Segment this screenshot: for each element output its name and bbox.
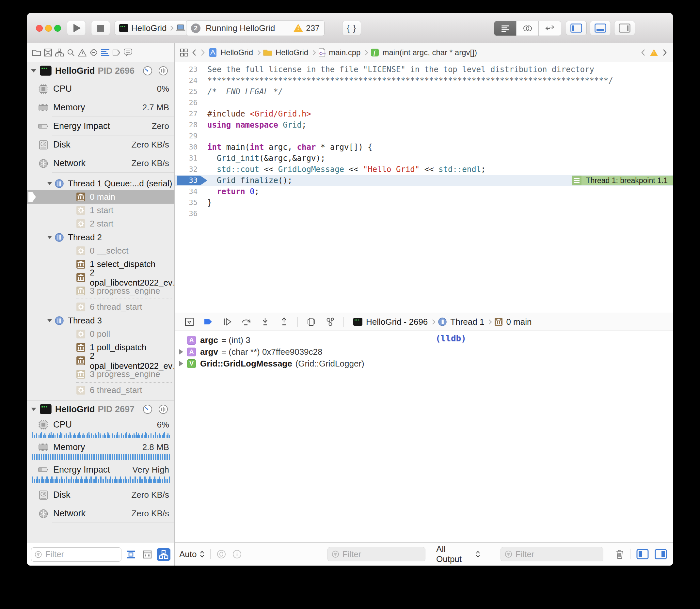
variables-pane-toggle-icon[interactable] bbox=[636, 549, 649, 559]
line-number[interactable]: 34 bbox=[175, 186, 198, 197]
code-line[interactable]: 34 return 0; bbox=[175, 186, 673, 197]
code-line[interactable]: 30int main(int argc, char * argv[]) { bbox=[175, 142, 673, 153]
breakpoints-activate-icon[interactable] bbox=[203, 316, 214, 327]
gauge-row-cpu[interactable]: CPU6% bbox=[27, 418, 174, 431]
line-number[interactable]: 27 bbox=[175, 108, 198, 119]
gauge-row-network[interactable]: NetworkZero KB/s bbox=[27, 504, 174, 523]
source-editor[interactable]: 23See the full license in the file "LICE… bbox=[175, 62, 673, 315]
version-editor-button[interactable] bbox=[539, 21, 561, 36]
continue-icon[interactable] bbox=[222, 316, 233, 327]
scheme-selector[interactable]: HelloGrid My Mac bbox=[115, 21, 190, 35]
expand-triangle-icon[interactable] bbox=[179, 361, 183, 366]
jump-bar-project[interactable]: HelloGrid bbox=[220, 48, 253, 57]
cpu-gauge-button[interactable] bbox=[142, 66, 153, 76]
toggle-inspector-panel-button[interactable] bbox=[614, 21, 635, 35]
disclosure-triangle-icon[interactable] bbox=[31, 69, 36, 72]
stack-frame-row[interactable]: 0 main bbox=[27, 190, 174, 204]
report-navigator-icon[interactable] bbox=[123, 43, 133, 62]
stack-frame-row[interactable]: 1 start bbox=[27, 204, 174, 217]
step-over-icon[interactable] bbox=[241, 316, 252, 327]
gauge-row-energy-impact[interactable]: Energy ImpactVery High bbox=[27, 463, 174, 476]
project-navigator-icon[interactable] bbox=[32, 43, 41, 62]
memory-gauge-button[interactable] bbox=[158, 66, 169, 76]
code-line[interactable]: 27#include <Grid/Grid.h> bbox=[175, 108, 673, 119]
variable-row[interactable]: Aargc= (int) 3 bbox=[175, 334, 430, 346]
close-window-button[interactable] bbox=[36, 25, 43, 32]
gauge-row-disk[interactable]: DiskZero KB/s bbox=[27, 486, 174, 504]
flatten-recursion-icon[interactable] bbox=[124, 548, 138, 561]
minimize-window-button[interactable] bbox=[45, 25, 52, 32]
code-line[interactable]: 31 Grid_init(&argc,&argv); bbox=[175, 153, 673, 164]
disclosure-triangle-icon[interactable] bbox=[47, 236, 52, 239]
toggle-navigator-panel-button[interactable] bbox=[566, 21, 587, 35]
task-count-badge[interactable]: 2 bbox=[191, 23, 201, 33]
breadcrumb-frame[interactable]: 0 main bbox=[506, 317, 531, 327]
line-number[interactable]: 24 bbox=[175, 75, 198, 86]
line-number[interactable]: 36 bbox=[175, 208, 198, 219]
info-icon[interactable] bbox=[232, 549, 242, 559]
navigator-filter-field[interactable] bbox=[31, 547, 121, 562]
thread-row[interactable]: Thread 2 bbox=[27, 230, 174, 244]
issue-navigator-icon[interactable] bbox=[78, 43, 87, 62]
console-filter-input[interactable] bbox=[515, 549, 599, 560]
process-row[interactable]: HelloGridPID 2696 bbox=[27, 62, 174, 80]
stack-frame-row[interactable]: 0 __select bbox=[27, 244, 174, 258]
breakpoint-annotation[interactable]: Thread 1: breakpoint 1.1 bbox=[572, 176, 673, 185]
line-number[interactable]: 31 bbox=[175, 153, 198, 164]
code-line[interactable]: 35} bbox=[175, 197, 673, 208]
zoom-window-button[interactable] bbox=[54, 25, 61, 32]
activity-status-bar[interactable]: 2 Running HelloGrid 237 bbox=[186, 20, 325, 36]
symbol-navigator-icon[interactable] bbox=[54, 43, 64, 62]
gauge-row-energy-impact[interactable]: Energy ImpactZero bbox=[27, 117, 174, 136]
gauge-row-cpu[interactable]: CPU0% bbox=[27, 80, 174, 98]
variables-view[interactable]: Aargc= (int) 3Aargv= (char **) 0x7ffee90… bbox=[175, 332, 430, 542]
assistant-editor-button[interactable] bbox=[516, 21, 539, 36]
variables-scope-popup[interactable]: Auto bbox=[179, 549, 204, 559]
code-line[interactable]: 23See the full license in the file "LICE… bbox=[175, 64, 673, 75]
related-items-icon[interactable] bbox=[180, 48, 188, 57]
stack-frame-row[interactable]: 2 start bbox=[27, 217, 174, 230]
warning-count[interactable]: 237 bbox=[293, 23, 320, 33]
console-pane-toggle-icon[interactable] bbox=[655, 549, 667, 559]
line-number[interactable]: 30 bbox=[175, 142, 198, 153]
code-line[interactable]: 24**************************************… bbox=[175, 75, 673, 86]
thread-row[interactable]: Thread 3 bbox=[27, 314, 174, 327]
jump-bar-file[interactable]: main.cpp bbox=[329, 48, 360, 57]
stack-frame-row[interactable]: 3 progress_engine bbox=[27, 367, 174, 381]
trash-icon[interactable] bbox=[615, 549, 624, 559]
run-button[interactable] bbox=[67, 21, 86, 35]
forward-button[interactable] bbox=[200, 49, 205, 56]
stack-frame-row[interactable]: 6 thread_start bbox=[27, 383, 174, 397]
line-number[interactable]: 35 bbox=[175, 197, 198, 208]
eye-icon[interactable] bbox=[217, 549, 226, 559]
process-row[interactable]: HelloGridPID 2697 bbox=[27, 400, 174, 418]
stack-frame-row[interactable]: 3 progress_engine bbox=[27, 284, 174, 298]
memory-graph-icon[interactable] bbox=[325, 316, 336, 327]
gauge-row-memory[interactable]: Memory2.7 MB bbox=[27, 98, 174, 117]
variables-filter-input[interactable] bbox=[342, 549, 421, 560]
line-number[interactable]: 29 bbox=[175, 130, 198, 142]
line-number[interactable]: 32 bbox=[175, 164, 198, 175]
code-line[interactable]: 33 Grid_finalize();Thread 1: breakpoint … bbox=[175, 175, 673, 186]
code-line[interactable]: 26 bbox=[175, 97, 673, 108]
disclosure-triangle-icon[interactable] bbox=[47, 319, 52, 322]
find-navigator-icon[interactable] bbox=[66, 43, 76, 62]
console-filter-field[interactable] bbox=[500, 547, 603, 561]
line-number[interactable]: 25 bbox=[175, 86, 198, 97]
gauge-row-disk[interactable]: DiskZero KB/s bbox=[27, 136, 174, 154]
source-control-icon[interactable] bbox=[43, 43, 53, 62]
breakpoint-badge[interactable]: 33 bbox=[177, 176, 207, 185]
cpu-gauge-button[interactable] bbox=[142, 404, 153, 415]
breadcrumb-process[interactable]: HelloGrid - 2696 bbox=[366, 317, 428, 327]
back-button[interactable] bbox=[192, 49, 197, 56]
view-process-by-queue-icon[interactable] bbox=[157, 548, 170, 561]
memory-gauge-button[interactable] bbox=[158, 404, 169, 415]
code-line[interactable]: 28using namespace Grid; bbox=[175, 119, 673, 130]
disclosure-triangle-icon[interactable] bbox=[47, 182, 52, 185]
breakpoint-navigator-icon[interactable] bbox=[112, 43, 121, 62]
variables-filter-field[interactable] bbox=[327, 547, 425, 561]
stack-frame-row[interactable]: 2 opal_libevent2022_ev… bbox=[27, 271, 174, 284]
jump-bar-symbol[interactable]: main(int argc, char * argv[]) bbox=[382, 48, 477, 57]
toggle-debug-area-button[interactable] bbox=[590, 21, 611, 35]
library-button[interactable]: { } bbox=[342, 21, 361, 35]
